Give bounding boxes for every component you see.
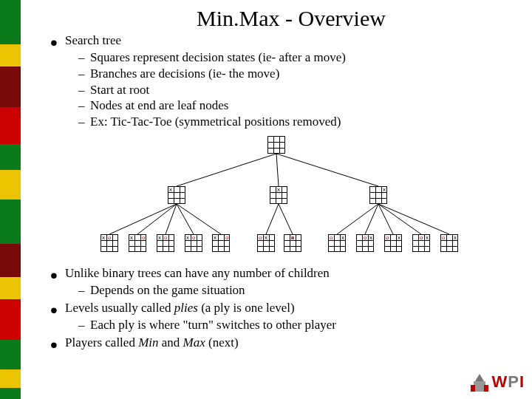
bullet-list-lower: Unlike binary trees can have any number … (50, 265, 508, 351)
svg-line-8 (266, 204, 279, 234)
svg-line-7 (177, 204, 221, 234)
tree-node: xo (157, 234, 174, 252)
svg-line-2 (276, 154, 378, 186)
svg-line-0 (177, 154, 276, 186)
list-item: Players called Min and Max (next) (50, 335, 508, 351)
svg-line-12 (378, 204, 393, 234)
tree-node: xo (412, 234, 430, 252)
list-item: Search tree Squares represent decision s… (50, 33, 508, 130)
logo-letter: W (491, 372, 506, 392)
tree-node-root (267, 136, 285, 154)
svg-rect-17 (484, 385, 488, 392)
tree-node: xo (284, 234, 301, 252)
svg-line-10 (337, 204, 378, 234)
tree-node: x (168, 186, 185, 204)
bullet-list: Search tree Squares represent decision s… (50, 33, 508, 130)
svg-rect-16 (471, 385, 475, 392)
list-item: Ex: Tic-Tac-Toe (symmetrical positions r… (78, 114, 508, 130)
list-item: Branches are decisions (ie- the move) (78, 66, 508, 82)
tree-node: ox (328, 234, 346, 252)
slide-title: Min.Max - Overview (74, 6, 508, 31)
tree-node: xo (129, 234, 146, 252)
tree-node: x (270, 186, 287, 204)
slide-content: Min.Max - Overview Search tree Squares r… (30, 0, 517, 352)
list-item: Nodes at end are leaf nodes (78, 98, 508, 114)
tree-node: xo (185, 234, 202, 252)
decorative-sidebar (0, 0, 21, 399)
logo-letter: I (519, 372, 523, 392)
tree-node: xo (440, 234, 458, 252)
svg-line-14 (378, 204, 449, 234)
tree-node: ox (356, 234, 374, 252)
list-item: Squares represent decision states (ie- a… (78, 50, 508, 66)
svg-line-1 (276, 154, 279, 186)
wpi-logo: W P I (469, 371, 523, 393)
tree-node: xo (384, 234, 402, 252)
list-item: Each ply is where "turn" switches to oth… (78, 317, 508, 333)
tree-node: xo (212, 234, 230, 252)
list-item: Start at root (78, 82, 508, 98)
tree-node: ox (257, 234, 275, 252)
list-item: Depends on the game situation (78, 282, 508, 299)
svg-rect-15 (474, 381, 485, 392)
svg-line-6 (177, 204, 194, 234)
tree-node: x (369, 186, 387, 204)
list-item: Levels usually called plies (a ply is on… (50, 300, 508, 333)
wpi-crest-icon (469, 371, 490, 393)
svg-line-9 (279, 204, 293, 234)
tree-diagram: x x x xo xo xo xo xo ox xo ox ox xo xo x… (69, 134, 483, 264)
list-item: Unlike binary trees can have any number … (50, 265, 508, 299)
svg-marker-18 (475, 374, 484, 381)
svg-line-13 (378, 204, 421, 234)
logo-letter: P (508, 372, 518, 392)
tree-node: xo (100, 234, 118, 252)
